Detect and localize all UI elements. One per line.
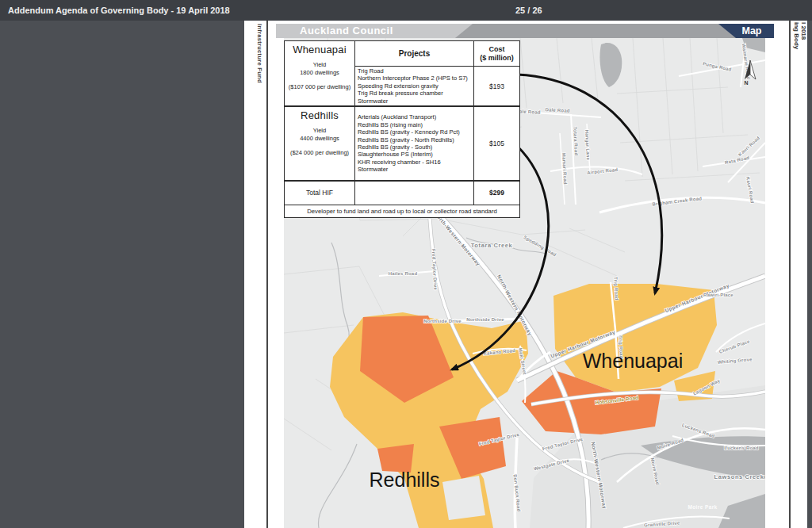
total-cost-cell: $299 [474, 181, 520, 205]
whenuapai-area-cell: Whenuapai Yield 1800 dwellings ($107 000… [285, 41, 355, 107]
map-label-luckens-road: Luckens Road [724, 446, 759, 450]
map-area-label-redhills: Redhills [370, 469, 440, 491]
right-vertical-label-2: l 2018 [800, 22, 807, 40]
dwellings-value: 4400 dwellings [285, 135, 354, 142]
redhills-cost-cell: $105 [474, 106, 520, 181]
map-label-lawsons-creek: Lawsons Creek [714, 473, 764, 480]
whenuapai-cost-cell: $193 [474, 67, 520, 107]
map-label-hailes-road: Hailes Road [389, 271, 418, 276]
banner-title-segment: Auckland Council [276, 24, 473, 38]
area-name-whenuapai: Whenuapai [285, 44, 354, 55]
council-title: Auckland Council [276, 24, 473, 38]
map-label-rawiri-place: Rawiri Place [703, 293, 733, 297]
viewer-toolbar: Addendum Agenda of Governing Body - 19 A… [0, 0, 812, 21]
redhills-projects-cell: Arterials (Auckland Transport) Redhills … [355, 106, 474, 181]
page-indicator: 25 / 26 [515, 0, 542, 21]
map-label-totara-creek: Totara Creek [471, 242, 513, 249]
area-name-redhills: Redhills [285, 109, 354, 121]
cost-column-header: Cost ($ million) [474, 41, 520, 67]
left-vertical-label: Infrastructure Fund [256, 24, 263, 83]
map-label-northside-drive: Northside Drive [466, 317, 504, 322]
total-label-cell: Total HIF [285, 181, 355, 205]
yield-label: Yield [285, 61, 354, 68]
whenuapai-projects-cell: Trig Road Northern Interceptor Phase 2 (… [355, 67, 474, 107]
north-label: N [744, 80, 748, 86]
document-page[interactable]: Auckland Council Map [268, 21, 789, 528]
projects-column-header: Projects [355, 41, 474, 67]
map-label-northside-drive: Northside Drive [423, 319, 462, 323]
document-title: Addendum Agenda of Governing Body - 19 A… [8, 0, 230, 21]
per-dwelling-value: ($24 000 per dwelling) [285, 149, 354, 156]
yield-label: Yield [285, 127, 354, 134]
hif-cost-table: Whenuapai Yield 1800 dwellings ($107 000… [284, 40, 520, 218]
map-area-label-whenuapai: Whenuapai [583, 350, 683, 372]
right-vertical-label-1: ing Body [793, 22, 800, 49]
adjacent-page-edge-right: ing Body l 2018 [789, 21, 807, 528]
dwellings-value: 1800 dwellings [285, 69, 354, 76]
page-banner: Auckland Council Map [276, 24, 766, 38]
total-empty-cell [355, 181, 474, 205]
pdf-viewer: Addendum Agenda of Governing Body - 19 A… [0, 0, 812, 528]
adjacent-page-edge-left: Infrastructure Fund [244, 21, 268, 528]
map-label-moire-park: Moire Park [688, 504, 717, 510]
redhills-area-cell: Redhills Yield 4400 dwellings ($24 000 p… [285, 106, 355, 181]
table-footnote: Developer to fund land and road up to lo… [285, 205, 520, 217]
per-dwelling-value: ($107 000 per dwelling) [285, 83, 354, 90]
